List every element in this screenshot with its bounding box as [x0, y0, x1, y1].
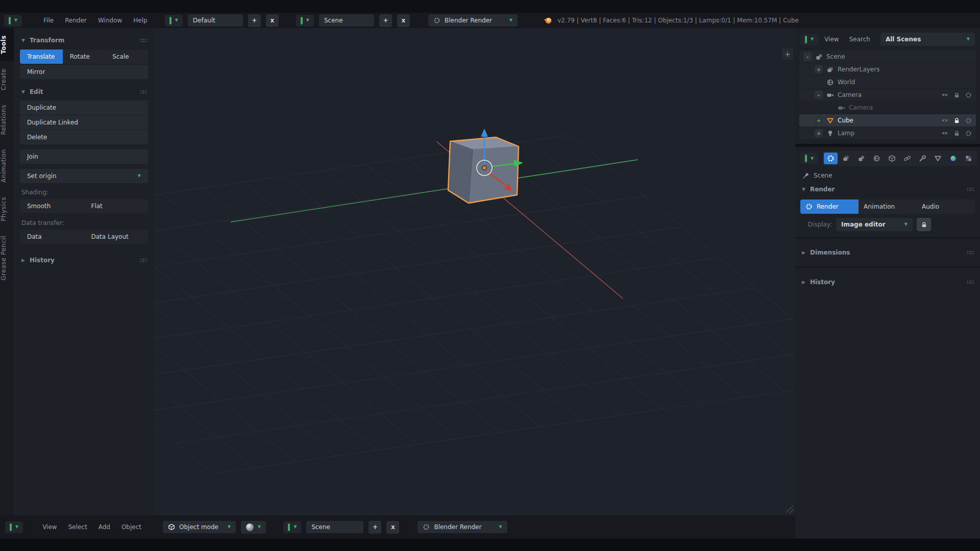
mirror-button[interactable]: Mirror [20, 65, 148, 79]
history-panel-header[interactable]: ▶ History ∷∷ [20, 252, 148, 268]
data-layout-button[interactable]: Data Layout [84, 230, 149, 244]
visibility-eye-icon[interactable] [941, 130, 948, 137]
tab-texture[interactable] [962, 153, 975, 164]
shelf-tab-grease-pencil[interactable]: Grease Pencil [0, 229, 14, 288]
scene-close-button[interactable]: x [386, 521, 399, 534]
translate-button[interactable]: Translate [20, 49, 63, 64]
delete-button[interactable]: Delete [20, 130, 148, 144]
renderability-shutter-icon[interactable] [965, 117, 972, 124]
workspace-selector[interactable]: ▼ [165, 15, 183, 27]
panel-grip-icon[interactable]: ∷∷ [967, 186, 973, 193]
outliner-search-menu[interactable]: Search [845, 34, 874, 45]
selectability-lock-icon[interactable] [953, 117, 960, 124]
tab-constraints[interactable] [900, 153, 914, 164]
panel-grip-icon[interactable]: ∷∷ [140, 257, 146, 264]
outliner-filter-dropdown[interactable]: All Scenes ▼ [880, 33, 975, 46]
outliner-row-lamp[interactable]: + Lamp [799, 127, 976, 139]
display-lock-button[interactable] [917, 218, 931, 231]
outliner-row-world[interactable]: World [799, 76, 976, 88]
visibility-eye-icon[interactable] [941, 91, 948, 98]
shelf-tab-tools[interactable]: Tools [0, 28, 14, 61]
scene-add-button[interactable]: + [369, 521, 381, 534]
editor-type-selector[interactable]: ▼ [4, 15, 22, 27]
dimensions-panel-header[interactable]: ▶ Dimensions ∷∷ [800, 244, 975, 261]
scene-name-field[interactable]: Scene [306, 521, 363, 533]
render-panel-header[interactable]: ▼ Render ∷∷ [800, 181, 975, 197]
renderability-shutter-icon[interactable] [965, 130, 972, 137]
selectability-lock-icon[interactable] [953, 92, 960, 98]
menu-file[interactable]: File [40, 15, 57, 26]
duplicate-linked-button[interactable]: Duplicate Linked [20, 115, 148, 130]
menu-add[interactable]: Add [95, 521, 113, 533]
set-origin-dropdown[interactable]: Set origin ▼ [20, 169, 148, 183]
flat-button[interactable]: Flat [84, 199, 149, 213]
workspace-name-field[interactable]: Default [188, 14, 243, 27]
viewport-3d[interactable]: + [154, 28, 795, 515]
tab-render-layers[interactable] [839, 153, 853, 164]
scene-selector[interactable]: ▼ [296, 15, 314, 27]
menu-help[interactable]: Help [130, 15, 150, 26]
workspace-add-button[interactable]: + [248, 14, 261, 27]
tab-object[interactable] [885, 153, 899, 164]
outliner-row-camera[interactable]: - Camera [799, 89, 976, 101]
outliner-view-menu[interactable]: View [820, 34, 843, 45]
join-button[interactable]: Join [20, 149, 148, 164]
menu-window[interactable]: Window [95, 15, 125, 26]
menu-view[interactable]: View [39, 521, 60, 533]
scale-button[interactable]: Scale [105, 49, 148, 64]
tab-material[interactable] [946, 153, 960, 164]
render-engine-dropdown[interactable]: Blender Render ▼ [418, 521, 507, 533]
animation-button[interactable]: Animation [859, 199, 917, 214]
panel-grip-icon[interactable]: ∷∷ [140, 89, 146, 95]
menu-object[interactable]: Object [118, 521, 144, 533]
duplicate-button[interactable]: Duplicate [20, 101, 148, 115]
scene-add-button[interactable]: + [379, 14, 392, 27]
expand-toggle[interactable]: + [815, 65, 823, 73]
expand-toggle[interactable]: + [815, 116, 823, 124]
render-button[interactable]: Render [800, 199, 859, 214]
scene-selector[interactable]: ▼ [283, 521, 301, 533]
tab-modifiers[interactable] [916, 153, 929, 164]
edit-panel-header[interactable]: ▼ Edit ∷∷ [20, 84, 148, 100]
shelf-tab-create[interactable]: Create [0, 61, 14, 97]
outliner-row-cube[interactable]: + Cube [799, 114, 976, 127]
workspace-close-button[interactable]: x [266, 14, 279, 27]
smooth-button[interactable]: Smooth [20, 199, 84, 213]
panel-grip-icon[interactable]: ∷∷ [967, 249, 973, 256]
shelf-tab-physics[interactable]: Physics [0, 190, 14, 229]
tab-world[interactable] [870, 153, 884, 164]
scene-name-field[interactable]: Scene [319, 14, 374, 27]
region-expand-button[interactable]: + [782, 48, 793, 60]
shelf-tab-relations[interactable]: Relations [0, 97, 14, 142]
shelf-tab-animation[interactable]: Animation [0, 142, 14, 190]
audio-button[interactable]: Audio [917, 199, 975, 214]
collapse-toggle[interactable]: - [815, 91, 823, 99]
menu-select[interactable]: Select [65, 521, 90, 533]
renderability-shutter-icon[interactable] [965, 92, 972, 98]
tab-scene[interactable] [854, 153, 868, 164]
tab-object-data[interactable] [931, 153, 945, 164]
tab-render[interactable] [824, 153, 838, 164]
selectability-lock-icon[interactable] [953, 130, 960, 137]
scene-close-button[interactable]: x [397, 14, 410, 27]
display-dropdown[interactable]: Image editor ▼ [836, 218, 913, 231]
outliner-row-camera-data[interactable]: Camera [799, 102, 976, 114]
editor-type-selector[interactable]: ▼ [800, 34, 818, 45]
editor-type-selector[interactable]: ▼ [800, 153, 818, 164]
panel-grip-icon[interactable]: ∷∷ [967, 279, 973, 286]
editor-type-selector[interactable]: ▼ [5, 521, 23, 533]
expand-toggle[interactable]: + [815, 129, 823, 137]
transform-panel-header[interactable]: ▼ Transform ∷∷ [20, 32, 148, 48]
render-engine-dropdown[interactable]: Blender Render ▼ [428, 14, 518, 27]
viewport-shading-dropdown[interactable]: ▼ [241, 521, 266, 534]
rotate-button[interactable]: Rotate [63, 49, 106, 64]
history-panel-header[interactable]: ▶ History ∷∷ [800, 274, 975, 290]
visibility-eye-icon[interactable] [941, 117, 948, 124]
outliner-row-scene[interactable]: - Scene [799, 51, 976, 63]
menu-render[interactable]: Render [62, 15, 90, 26]
collapse-toggle[interactable]: - [803, 53, 812, 61]
data-button[interactable]: Data [20, 230, 84, 244]
panel-grip-icon[interactable]: ∷∷ [140, 37, 146, 44]
mode-dropdown[interactable]: Object mode ▼ [163, 521, 236, 533]
outliner-row-renderlayers[interactable]: + RenderLayers [799, 63, 976, 76]
